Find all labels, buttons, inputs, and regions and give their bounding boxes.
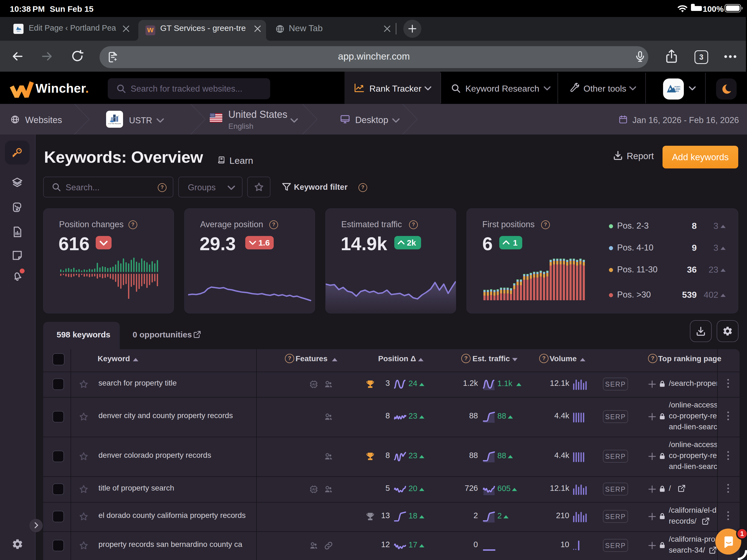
svg-text:SEO: SEO: [17, 30, 20, 32]
svg-text:AI: AI: [312, 487, 315, 491]
svg-text:U.S.Title Records: U.S.Title Records: [108, 123, 121, 124]
svg-text:AI: AI: [312, 382, 315, 386]
svg-text:SEO: SEO: [674, 90, 679, 93]
